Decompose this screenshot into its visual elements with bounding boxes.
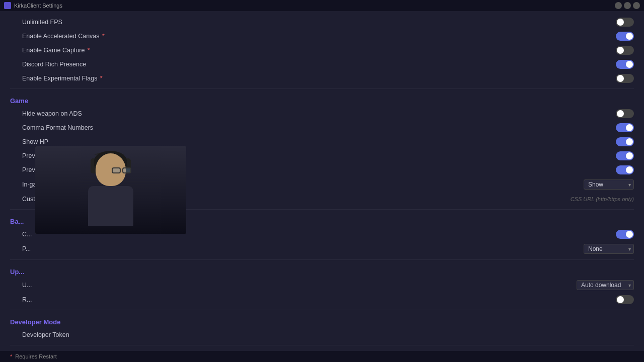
toggle-comma-format[interactable] bbox=[616, 123, 634, 132]
person-figure bbox=[80, 151, 141, 229]
setting-row-game-capture: Enable Game Capture * bbox=[0, 43, 644, 57]
setting-label: Unlimited FPS bbox=[22, 19, 62, 26]
setting-label: R... bbox=[22, 296, 32, 303]
section-up: Up... bbox=[0, 263, 644, 278]
setting-row-ba-p: P... None Option1 bbox=[0, 241, 644, 256]
setting-label: Developer Token bbox=[22, 331, 69, 338]
setting-row-up-u: U... Auto download Manual Disabled bbox=[0, 278, 644, 293]
close-button[interactable]: ✕ bbox=[633, 2, 640, 9]
divider bbox=[10, 259, 634, 260]
setting-label: Enable Accelerated Canvas * bbox=[22, 33, 105, 40]
titlebar: KirkaClient Settings ─ □ ✕ bbox=[0, 0, 644, 11]
setting-label: Enable Game Capture * bbox=[22, 47, 90, 54]
setting-label: C... bbox=[22, 231, 32, 238]
up-u-select-wrapper: Auto download Manual Disabled bbox=[577, 280, 634, 290]
divider bbox=[10, 88, 634, 89]
setting-row-discord-presence: Discord Rich Presence bbox=[0, 57, 644, 71]
toggle-unlimited-fps[interactable] bbox=[616, 18, 634, 27]
setting-row-experimental-flags: Enable Experimental Flags * bbox=[0, 71, 644, 85]
setting-label: Enable Experimental Flags * bbox=[22, 75, 103, 82]
toggle-prevent-ctrlw[interactable] bbox=[616, 151, 634, 160]
glass-lens-right bbox=[122, 167, 131, 173]
section-game: Game bbox=[0, 92, 644, 107]
required-marker: * bbox=[88, 47, 90, 54]
divider bbox=[10, 310, 634, 310]
minimize-button[interactable]: ─ bbox=[615, 2, 622, 9]
titlebar-title: KirkaClient Settings bbox=[14, 3, 62, 9]
css-url-hint: CSS URL (http/https only) bbox=[571, 196, 634, 202]
webcam-overlay bbox=[35, 146, 186, 234]
setting-row-accelerated-canvas: Enable Accelerated Canvas * bbox=[0, 29, 644, 43]
divider bbox=[10, 345, 634, 345]
toggle-ba-c[interactable] bbox=[616, 230, 634, 239]
setting-row-unlimited-fps: Unlimited FPS bbox=[0, 15, 644, 29]
app-icon bbox=[4, 2, 11, 9]
glass-lens-left bbox=[112, 167, 121, 173]
toggle-hide-weapon[interactable] bbox=[616, 109, 634, 118]
ba-p-select-wrapper: None Option1 bbox=[584, 244, 634, 254]
required-marker: * bbox=[100, 75, 103, 82]
toggle-accelerated-canvas[interactable] bbox=[616, 32, 634, 41]
toggle-experimental-flags[interactable] bbox=[616, 74, 634, 83]
setting-label: U... bbox=[22, 282, 32, 289]
required-marker: * bbox=[102, 33, 105, 40]
chat-mode-select-wrapper: Show Hide Auto bbox=[584, 179, 634, 190]
glasses bbox=[112, 167, 131, 173]
up-u-select[interactable]: Auto download Manual Disabled bbox=[577, 280, 634, 290]
setting-label: Show HP bbox=[22, 138, 48, 145]
toggle-prevent-m4m5[interactable] bbox=[616, 165, 634, 174]
toggle-game-capture[interactable] bbox=[616, 46, 634, 55]
setting-label: P... bbox=[22, 245, 31, 252]
ba-p-select[interactable]: None Option1 bbox=[584, 244, 634, 254]
section-developer: Developer Mode bbox=[0, 313, 644, 328]
setting-row-hide-weapon: Hide weapon on ADS bbox=[0, 107, 644, 121]
requires-restart-bar: Requires Restart bbox=[0, 351, 644, 362]
setting-row-comma-format: Comma Format Numbers bbox=[0, 121, 644, 135]
chat-mode-select[interactable]: Show Hide Auto bbox=[584, 179, 634, 190]
person-head bbox=[96, 153, 126, 186]
setting-row-developer-token: Developer Token bbox=[0, 328, 644, 342]
requires-restart-text: Requires Restart bbox=[15, 353, 57, 359]
toggle-up-r[interactable] bbox=[616, 295, 634, 304]
setting-row-up-r: R... bbox=[0, 293, 644, 307]
toggle-show-hp[interactable] bbox=[616, 137, 634, 146]
toggle-discord-presence[interactable] bbox=[616, 60, 634, 69]
setting-label: Discord Rich Presence bbox=[22, 61, 86, 68]
setting-label: Comma Format Numbers bbox=[22, 124, 93, 131]
titlebar-left: KirkaClient Settings bbox=[4, 2, 62, 9]
titlebar-controls: ─ □ ✕ bbox=[615, 2, 640, 9]
webcam-video bbox=[35, 146, 186, 234]
setting-label: Hide weapon on ADS bbox=[22, 110, 82, 117]
person-body bbox=[88, 186, 133, 226]
maximize-button[interactable]: □ bbox=[624, 2, 631, 9]
